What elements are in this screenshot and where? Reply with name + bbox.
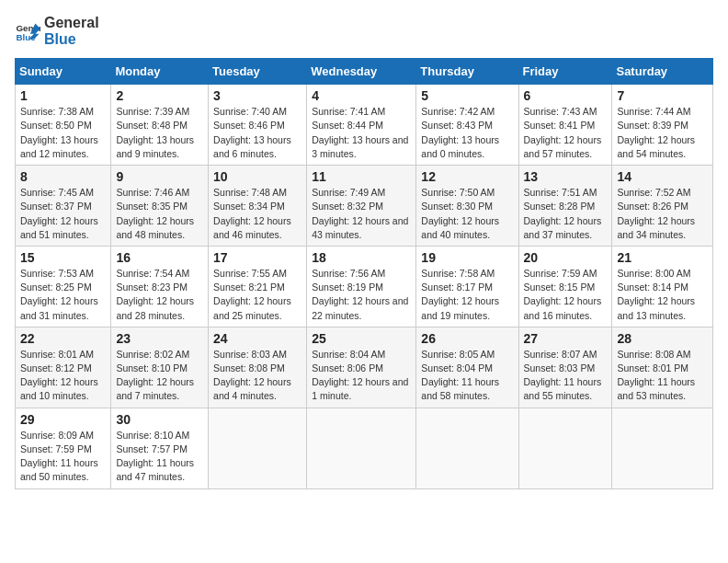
calendar-cell: 25 Sunrise: 8:04 AM Sunset: 8:06 PM Dayl…	[307, 327, 416, 408]
day-number: 14	[617, 169, 708, 184]
col-header-friday: Friday	[518, 59, 612, 85]
calendar-cell	[416, 408, 518, 488]
logo-icon: General Blue	[15, 18, 40, 44]
day-info: Sunrise: 7:40 AM Sunset: 8:46 PM Dayligh…	[213, 105, 301, 161]
day-number: 25	[312, 331, 411, 346]
calendar-cell: 9 Sunrise: 7:46 AM Sunset: 8:35 PM Dayli…	[111, 166, 209, 247]
day-number: 11	[312, 169, 411, 184]
calendar-cell	[209, 408, 307, 488]
calendar-cell: 24 Sunrise: 8:03 AM Sunset: 8:08 PM Dayl…	[209, 327, 307, 408]
logo: General Blue General Blue	[15, 15, 99, 47]
day-number: 13	[524, 169, 608, 184]
calendar-cell: 5 Sunrise: 7:42 AM Sunset: 8:43 PM Dayli…	[416, 85, 518, 166]
calendar-cell: 13 Sunrise: 7:51 AM Sunset: 8:28 PM Dayl…	[518, 166, 612, 247]
calendar-cell: 22 Sunrise: 8:01 AM Sunset: 8:12 PM Dayl…	[16, 327, 111, 408]
logo-blue: Blue	[44, 31, 99, 48]
calendar-table: SundayMondayTuesdayWednesdayThursdayFrid…	[15, 58, 713, 488]
day-info: Sunrise: 7:51 AM Sunset: 8:28 PM Dayligh…	[524, 186, 608, 242]
calendar-cell: 7 Sunrise: 7:44 AM Sunset: 8:39 PM Dayli…	[612, 85, 713, 166]
col-header-tuesday: Tuesday	[209, 59, 307, 85]
day-info: Sunrise: 7:45 AM Sunset: 8:37 PM Dayligh…	[20, 186, 106, 242]
day-info: Sunrise: 7:52 AM Sunset: 8:26 PM Dayligh…	[617, 186, 708, 242]
day-info: Sunrise: 8:07 AM Sunset: 8:03 PM Dayligh…	[524, 348, 608, 404]
calendar-cell: 15 Sunrise: 7:53 AM Sunset: 8:25 PM Dayl…	[16, 246, 111, 327]
day-number: 7	[617, 88, 708, 103]
calendar-cell: 17 Sunrise: 7:55 AM Sunset: 8:21 PM Dayl…	[209, 246, 307, 327]
day-number: 17	[213, 250, 301, 265]
day-number: 5	[421, 88, 513, 103]
day-info: Sunrise: 7:44 AM Sunset: 8:39 PM Dayligh…	[617, 105, 708, 161]
calendar-cell: 30 Sunrise: 8:10 AM Sunset: 7:57 PM Dayl…	[111, 408, 209, 488]
day-number: 10	[213, 169, 301, 184]
day-info: Sunrise: 7:46 AM Sunset: 8:35 PM Dayligh…	[116, 186, 203, 242]
calendar-cell: 16 Sunrise: 7:54 AM Sunset: 8:23 PM Dayl…	[111, 246, 209, 327]
calendar-cell: 19 Sunrise: 7:58 AM Sunset: 8:17 PM Dayl…	[416, 246, 518, 327]
day-info: Sunrise: 7:41 AM Sunset: 8:44 PM Dayligh…	[312, 105, 411, 161]
day-info: Sunrise: 7:53 AM Sunset: 8:25 PM Dayligh…	[20, 267, 106, 323]
day-info: Sunrise: 8:01 AM Sunset: 8:12 PM Dayligh…	[20, 348, 106, 404]
day-info: Sunrise: 8:04 AM Sunset: 8:06 PM Dayligh…	[312, 348, 411, 404]
day-info: Sunrise: 7:50 AM Sunset: 8:30 PM Dayligh…	[421, 186, 513, 242]
calendar-cell: 29 Sunrise: 8:09 AM Sunset: 7:59 PM Dayl…	[16, 408, 111, 488]
calendar-week-row: 22 Sunrise: 8:01 AM Sunset: 8:12 PM Dayl…	[16, 327, 713, 408]
day-number: 23	[116, 331, 203, 346]
day-number: 24	[213, 331, 301, 346]
day-info: Sunrise: 8:02 AM Sunset: 8:10 PM Dayligh…	[116, 348, 203, 404]
calendar-cell: 3 Sunrise: 7:40 AM Sunset: 8:46 PM Dayli…	[209, 85, 307, 166]
logo-general: General	[44, 15, 99, 31]
day-info: Sunrise: 7:39 AM Sunset: 8:48 PM Dayligh…	[116, 105, 203, 161]
calendar-cell: 4 Sunrise: 7:41 AM Sunset: 8:44 PM Dayli…	[307, 85, 416, 166]
calendar-cell: 14 Sunrise: 7:52 AM Sunset: 8:26 PM Dayl…	[612, 166, 713, 247]
day-number: 9	[116, 169, 203, 184]
calendar-week-row: 29 Sunrise: 8:09 AM Sunset: 7:59 PM Dayl…	[16, 408, 713, 488]
day-number: 22	[20, 331, 106, 346]
calendar-cell: 27 Sunrise: 8:07 AM Sunset: 8:03 PM Dayl…	[518, 327, 612, 408]
col-header-sunday: Sunday	[16, 59, 111, 85]
calendar-week-row: 1 Sunrise: 7:38 AM Sunset: 8:50 PM Dayli…	[16, 85, 713, 166]
calendar-cell: 28 Sunrise: 8:08 AM Sunset: 8:01 PM Dayl…	[612, 327, 713, 408]
day-number: 16	[116, 250, 203, 265]
day-number: 28	[617, 331, 708, 346]
day-info: Sunrise: 8:03 AM Sunset: 8:08 PM Dayligh…	[213, 348, 301, 404]
calendar-cell: 21 Sunrise: 8:00 AM Sunset: 8:14 PM Dayl…	[612, 246, 713, 327]
calendar-cell: 26 Sunrise: 8:05 AM Sunset: 8:04 PM Dayl…	[416, 327, 518, 408]
day-number: 15	[20, 250, 106, 265]
day-info: Sunrise: 7:48 AM Sunset: 8:34 PM Dayligh…	[213, 186, 301, 242]
calendar-cell: 20 Sunrise: 7:59 AM Sunset: 8:15 PM Dayl…	[518, 246, 612, 327]
day-info: Sunrise: 8:00 AM Sunset: 8:14 PM Dayligh…	[617, 267, 708, 323]
day-number: 18	[312, 250, 411, 265]
day-info: Sunrise: 7:55 AM Sunset: 8:21 PM Dayligh…	[213, 267, 301, 323]
day-number: 21	[617, 250, 708, 265]
day-number: 2	[116, 88, 203, 103]
calendar-cell: 2 Sunrise: 7:39 AM Sunset: 8:48 PM Dayli…	[111, 85, 209, 166]
col-header-monday: Monday	[111, 59, 209, 85]
col-header-saturday: Saturday	[612, 59, 713, 85]
day-info: Sunrise: 7:59 AM Sunset: 8:15 PM Dayligh…	[524, 267, 608, 323]
day-number: 20	[524, 250, 608, 265]
day-info: Sunrise: 8:10 AM Sunset: 7:57 PM Dayligh…	[116, 429, 203, 485]
day-number: 30	[116, 412, 203, 427]
day-number: 3	[213, 88, 301, 103]
calendar-cell: 11 Sunrise: 7:49 AM Sunset: 8:32 PM Dayl…	[307, 166, 416, 247]
calendar-cell: 6 Sunrise: 7:43 AM Sunset: 8:41 PM Dayli…	[518, 85, 612, 166]
day-number: 26	[421, 331, 513, 346]
day-number: 8	[20, 169, 106, 184]
calendar-cell: 23 Sunrise: 8:02 AM Sunset: 8:10 PM Dayl…	[111, 327, 209, 408]
day-number: 12	[421, 169, 513, 184]
calendar-header-row: SundayMondayTuesdayWednesdayThursdayFrid…	[16, 59, 713, 85]
col-header-thursday: Thursday	[416, 59, 518, 85]
day-info: Sunrise: 7:38 AM Sunset: 8:50 PM Dayligh…	[20, 105, 106, 161]
calendar-cell: 18 Sunrise: 7:56 AM Sunset: 8:19 PM Dayl…	[307, 246, 416, 327]
day-number: 4	[312, 88, 411, 103]
calendar-cell: 12 Sunrise: 7:50 AM Sunset: 8:30 PM Dayl…	[416, 166, 518, 247]
day-info: Sunrise: 7:42 AM Sunset: 8:43 PM Dayligh…	[421, 105, 513, 161]
day-info: Sunrise: 8:08 AM Sunset: 8:01 PM Dayligh…	[617, 348, 708, 404]
day-number: 27	[524, 331, 608, 346]
page-header: General Blue General Blue	[15, 15, 713, 47]
day-number: 29	[20, 412, 106, 427]
calendar-cell	[307, 408, 416, 488]
day-number: 1	[20, 88, 106, 103]
calendar-body: 1 Sunrise: 7:38 AM Sunset: 8:50 PM Dayli…	[16, 85, 713, 488]
calendar-cell: 10 Sunrise: 7:48 AM Sunset: 8:34 PM Dayl…	[209, 166, 307, 247]
day-info: Sunrise: 7:43 AM Sunset: 8:41 PM Dayligh…	[524, 105, 608, 161]
